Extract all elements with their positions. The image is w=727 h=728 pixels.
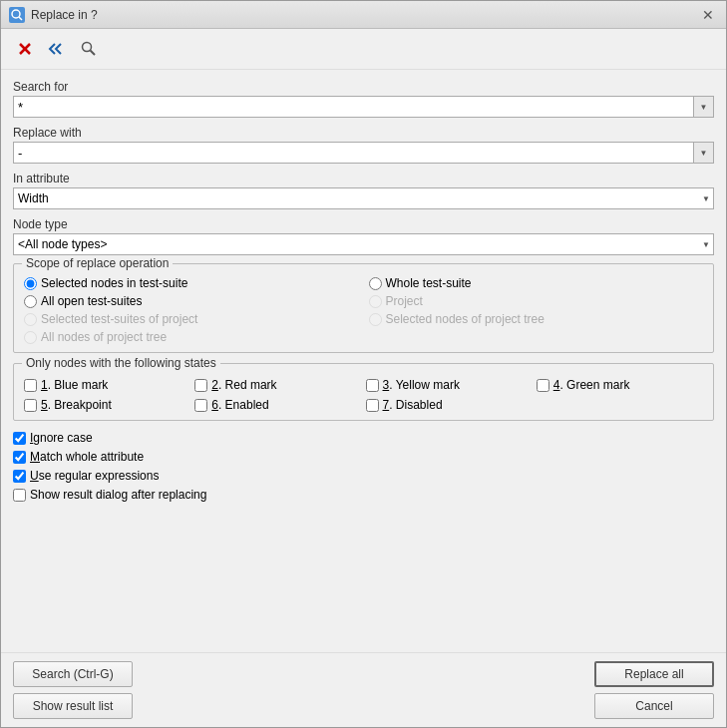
node-type-select[interactable]: <All node types> — [13, 233, 714, 255]
green-mark-label: 4. Green mark — [553, 378, 630, 392]
back-toolbar-button[interactable] — [43, 35, 71, 63]
red-mark-checkbox[interactable] — [194, 379, 207, 392]
scope-selected-label: Selected nodes in test-suite — [41, 276, 187, 290]
states-checkboxes: 1. Blue mark 2. Red mark 3. Yellow mark … — [24, 378, 703, 412]
scope-selected-testsuites: Selected test-suites of project — [24, 312, 359, 326]
footer-right-buttons: Replace all Cancel — [594, 661, 714, 719]
blue-mark-checkbox[interactable] — [24, 379, 37, 392]
scope-all-open-radio[interactable] — [24, 295, 37, 308]
window-close-button[interactable]: ✕ — [698, 6, 718, 24]
scope-title: Scope of replace operation — [22, 256, 173, 270]
title-bar-left: Replace in ? — [9, 7, 98, 23]
use-regex-label: Use regular expressions — [30, 469, 159, 483]
window-title: Replace in ? — [31, 8, 98, 22]
disabled-checkbox[interactable] — [366, 399, 379, 412]
title-bar: Replace in ? ✕ — [1, 1, 726, 29]
svg-line-1 — [19, 17, 22, 20]
svg-point-4 — [83, 43, 92, 52]
match-whole-label: Match whole attribute — [30, 450, 144, 464]
replace-with-dropdown[interactable]: ▼ — [694, 142, 714, 164]
scope-selected-testsuites-radio — [24, 313, 37, 326]
scope-selected-nodes-project: Selected nodes of project tree — [369, 312, 704, 326]
search-for-input-row: ▼ — [13, 96, 714, 118]
footer-left-buttons: Search (Ctrl-G) Show result list — [13, 661, 133, 719]
scope-group: Scope of replace operation Selected node… — [13, 263, 714, 353]
scope-selected-testsuites-label: Selected test-suites of project — [41, 312, 197, 326]
footer-buttons: Search (Ctrl-G) Show result list Replace… — [1, 652, 726, 727]
svg-point-0 — [12, 10, 20, 18]
replace-with-input[interactable] — [13, 142, 694, 164]
replace-all-button[interactable]: Replace all — [594, 661, 714, 687]
state-green-mark: 4. Green mark — [537, 378, 703, 392]
replace-with-input-row: ▼ — [13, 142, 714, 164]
ignore-case-checkbox[interactable] — [13, 432, 26, 445]
breakpoint-checkbox[interactable] — [24, 399, 37, 412]
node-type-group: Node type <All node types> — [13, 217, 714, 255]
show-result-button[interactable]: Show result list — [13, 693, 133, 719]
red-mark-label: 2. Red mark — [211, 378, 276, 392]
use-regex-checkbox[interactable] — [13, 470, 26, 483]
scope-whole-label: Whole test-suite — [386, 276, 472, 290]
yellow-mark-label: 3. Yellow mark — [383, 378, 460, 392]
scope-all-open-label: All open test-suites — [41, 294, 142, 308]
scope-whole-radio[interactable] — [369, 277, 382, 290]
in-attribute-wrapper: Width — [13, 187, 714, 209]
scope-selected-nodes: Selected nodes in test-suite — [24, 276, 359, 290]
scope-selected-radio[interactable] — [24, 277, 37, 290]
scope-selected-nodes-project-label: Selected nodes of project tree — [386, 312, 545, 326]
state-disabled: 7. Disabled — [366, 398, 533, 412]
scope-all-nodes-project: All nodes of project tree — [24, 330, 359, 344]
cancel-button[interactable]: Cancel — [594, 693, 714, 719]
state-breakpoint: 5. Breakpoint — [24, 398, 190, 412]
states-title: Only nodes with the following states — [22, 356, 220, 370]
in-attribute-select[interactable]: Width — [13, 187, 714, 209]
scope-options: Selected nodes in test-suite Whole test-… — [24, 276, 703, 344]
match-whole-item: Match whole attribute — [13, 450, 714, 464]
ignore-case-item: Ignore case — [13, 431, 714, 445]
search-for-label: Search for — [13, 80, 714, 94]
content-area: Search for ▼ Replace with ▼ In attribute… — [1, 70, 726, 652]
show-dialog-checkbox[interactable] — [13, 489, 26, 502]
scope-project-radio — [369, 295, 382, 308]
scope-selected-nodes-project-radio — [369, 313, 382, 326]
main-window: Replace in ? ✕ Search for — [0, 0, 727, 728]
scope-project-label: Project — [386, 294, 423, 308]
state-yellow-mark: 3. Yellow mark — [366, 378, 533, 392]
svg-line-5 — [91, 51, 96, 56]
node-type-wrapper: <All node types> — [13, 233, 714, 255]
close-toolbar-button[interactable] — [11, 35, 39, 63]
search-button[interactable]: Search (Ctrl-G) — [13, 661, 133, 687]
search-for-group: Search for ▼ — [13, 80, 714, 118]
replace-with-group: Replace with ▼ — [13, 126, 714, 164]
scope-whole-testsuite: Whole test-suite — [369, 276, 704, 290]
match-whole-checkbox[interactable] — [13, 451, 26, 464]
disabled-label: 7. Disabled — [383, 398, 443, 412]
use-regex-item: Use regular expressions — [13, 469, 714, 483]
green-mark-checkbox[interactable] — [537, 379, 549, 392]
window-icon — [9, 7, 25, 23]
node-type-label: Node type — [13, 217, 714, 231]
ignore-case-label: Ignore case — [30, 431, 93, 445]
options-group: Ignore case Match whole attribute Use re… — [13, 431, 714, 502]
in-attribute-label: In attribute — [13, 172, 714, 185]
scope-all-open: All open test-suites — [24, 294, 359, 308]
replace-with-label: Replace with — [13, 126, 714, 140]
scope-all-nodes-project-label: All nodes of project tree — [41, 330, 167, 344]
enabled-label: 6. Enabled — [211, 398, 268, 412]
search-toolbar-button[interactable] — [75, 35, 103, 63]
enabled-checkbox[interactable] — [194, 399, 207, 412]
search-for-dropdown[interactable]: ▼ — [694, 96, 714, 118]
states-group: Only nodes with the following states 1. … — [13, 363, 714, 421]
scope-all-nodes-project-radio — [24, 331, 37, 344]
breakpoint-label: 5. Breakpoint — [41, 398, 112, 412]
state-blue-mark: 1. Blue mark — [24, 378, 190, 392]
show-dialog-item: Show result dialog after replacing — [13, 488, 714, 502]
yellow-mark-checkbox[interactable] — [366, 379, 379, 392]
toolbar — [1, 29, 726, 70]
state-red-mark: 2. Red mark — [194, 378, 361, 392]
show-dialog-label: Show result dialog after replacing — [30, 488, 206, 502]
scope-project: Project — [369, 294, 704, 308]
search-for-input[interactable] — [13, 96, 694, 118]
in-attribute-group: In attribute Width — [13, 172, 714, 209]
blue-mark-label: 1. Blue mark — [41, 378, 108, 392]
